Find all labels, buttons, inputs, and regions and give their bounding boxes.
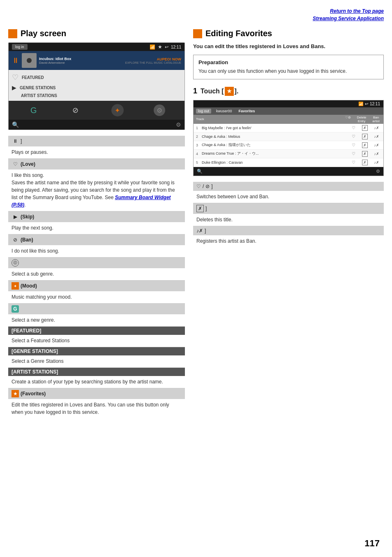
ps-gear-button[interactable]: ⚙ [154, 104, 165, 116]
right-desc-ban-artist: ♪✗ ] Registers this artist as Ban. [193, 226, 384, 247]
desc-pause: ⏸ ] Plays or pauses. [8, 136, 185, 159]
love-heart-icon: ♡ [12, 160, 19, 168]
fav-row-banartist-5[interactable]: ♪✗ [374, 160, 380, 165]
fav-row-heart-2[interactable]: ♡ [352, 134, 355, 139]
ps-controls: G ⊘ ✦ ⚙ [9, 101, 184, 120]
ps-artist-stations-label: ARTIST STATIONS [21, 93, 57, 98]
desc-genre-stations-header: [GENRE STATIONS] [8, 347, 185, 355]
desc-ban-body: I do not like this song. [8, 245, 185, 257]
streaming-service-link[interactable]: Streaming Service Application [313, 15, 384, 22]
fav-row-icons-3: ♡ ✗ ♪✗ [352, 142, 381, 148]
fav-row-icons-2: ♡ ✗ ♪✗ [352, 134, 381, 139]
fav-row-heart-3[interactable]: ♡ [352, 143, 355, 147]
fav-col-banartist-header: Ban artist [371, 116, 381, 123]
ps-ban-button[interactable]: ⊘ [69, 104, 81, 116]
skip-icon: ▶ [12, 213, 19, 220]
step-star-glyph: ★ [227, 88, 232, 94]
fav-col-loveban-header: ♡⊘ [344, 116, 352, 123]
left-column: Play screen log in 📶 ★ ↩ 12:11 ⏸ [8, 29, 185, 418]
ps-album-thumbnail [22, 53, 37, 68]
ps-skip-icon[interactable]: ▶ [12, 84, 16, 91]
page-container: Return to the Top page Streaming Service… [0, 0, 392, 557]
fav-row-title-2: Chage & Aska : Mebius [202, 135, 352, 139]
desc-subgenre: Ⓞ Select a sub genre. [8, 258, 185, 281]
fav-row-heart-1[interactable]: ♡ [352, 125, 355, 130]
pause-icon: ⏸ [12, 137, 19, 145]
fav-gear-icon[interactable]: ⚙ [376, 169, 380, 174]
mood-icon: ✦ [12, 282, 19, 290]
top-page-link[interactable]: Return to the Top page [313, 7, 384, 15]
right-desc-delete-bracket: ] [205, 206, 207, 211]
fav-user-label: kwuser00 [216, 109, 232, 113]
desc-subgenre-header: Ⓞ [8, 258, 185, 268]
desc-featured: [FEATURED] Select a Featured Stations [8, 327, 185, 347]
top-link-area: Return to the Top page Streaming Service… [313, 7, 384, 22]
preparation-title: Preparation [198, 59, 378, 65]
ps-featured-label: FEATURED [22, 75, 44, 80]
fav-col-headers: Track ♡⊘ Delete Entry Ban artist [194, 115, 383, 124]
fav-row-delete-4[interactable]: ✗ [362, 151, 368, 157]
fav-row-heart-5[interactable]: ♡ [352, 160, 355, 165]
fav-row-banartist-4[interactable]: ♪✗ [374, 152, 380, 156]
desc-ban-header: ⊘ (Ban) [8, 234, 185, 245]
fav-row-banartist-2[interactable]: ♪✗ [374, 135, 380, 139]
right-desc-love-ban-separator: / [203, 183, 204, 189]
fav-row: 2 Chage & Aska : Mebius ♡ ✗ ♪✗ [194, 132, 383, 141]
fav-row-title-5: Duke Ellington : Caravan [202, 160, 352, 165]
fav-back-icon[interactable]: ↩ [365, 102, 368, 106]
fav-search-icon[interactable]: 🔍 [197, 169, 203, 174]
ps-track-name: Incubus: Idiot Box [39, 57, 122, 61]
desc-featured-header: [FEATURED] [8, 327, 185, 335]
fav-logout-button[interactable]: log out [196, 109, 211, 114]
fav-col-icons-header: ♡⊘ Delete Entry Ban artist [344, 116, 381, 123]
right-desc-love-ban-header: ♡ / ⊘ ] [193, 182, 384, 191]
fav-row: 5 Duke Ellington : Caravan ♡ ✗ ♪✗ [194, 158, 383, 167]
ps-login-button[interactable]: log in [12, 44, 28, 50]
ps-settings-bottom-icon[interactable]: ⚙ [176, 121, 181, 128]
ps-heart-icon[interactable]: ♡ [12, 73, 18, 82]
editing-favorites-icon [193, 29, 202, 38]
desc-artist-stations: [ARTIST STATIONS] Create a station of yo… [8, 368, 185, 388]
preparation-box: Preparation You can only use this functi… [193, 55, 384, 79]
fav-row-num-2: 2 [196, 135, 202, 139]
play-screen-mockup: log in 📶 ★ ↩ 12:11 ⏸ Incubus: Idiot Box [8, 42, 185, 130]
delete-x-icon: ✗ [196, 205, 204, 212]
ps-mood-button[interactable]: ✦ [111, 104, 124, 116]
fav-row-delete-2[interactable]: ✗ [362, 134, 368, 139]
desc-mood: ✦ (Mood) Music matching your mood. [8, 281, 185, 304]
summary-board-link[interactable]: Summary Board Widget (P.58) [12, 195, 171, 208]
right-desc-delete: ✗ ] Deletes this title. [193, 203, 384, 226]
fav-row: 4 Dreams Come True : ア・イ・ウ... ♡ ✗ ♪✗ [194, 150, 383, 158]
fav-row-num-3: 3 [196, 143, 202, 147]
ps-search-bottom-icon[interactable]: 🔍 [12, 121, 19, 128]
desc-ban-label: (Ban) [21, 237, 33, 243]
fav-row-banartist-3[interactable]: ♪✗ [374, 143, 380, 147]
fav-row-banartist-1[interactable]: ♪✗ [374, 126, 380, 130]
fav-wifi-icon: 📶 [358, 102, 363, 106]
preparation-body: You can only use this function when you … [198, 67, 378, 75]
ps-bottom-bar: 🔍 ⚙ [9, 120, 184, 130]
fav-row-icons-4: ♡ ✗ ♪✗ [352, 151, 381, 157]
desc-pause-header: ⏸ ] [8, 136, 185, 146]
fav-row-icons-1: ♡ ✗ ♪✗ [352, 125, 381, 131]
play-screen-header: Play screen [8, 29, 185, 38]
fav-row-delete-5[interactable]: ✗ [362, 160, 368, 165]
ps-back-icon[interactable]: ↩ [165, 44, 168, 50]
fav-row-heart-4[interactable]: ♡ [352, 151, 355, 156]
favorites-star-icon: ★ [12, 390, 19, 397]
fav-favorites-tab[interactable]: Favorites [239, 109, 255, 113]
touch-step: 1 Touch [★]. [193, 87, 384, 96]
favorites-mockup: 📶 ↩ 12:11 log out kwuser00 Favorites Tra… [193, 100, 384, 176]
love-icon-inline: ♡ [196, 183, 201, 189]
ps-track-info: Incubus: Idiot Box David Arkenstone [39, 57, 122, 65]
ps-artist-name: David Arkenstone [39, 61, 122, 65]
fav-row-delete-3[interactable]: ✗ [362, 142, 368, 148]
ps-pause-icon[interactable]: ⏸ [12, 56, 19, 65]
ps-genre-button[interactable]: G [28, 104, 39, 116]
right-desc-love-ban-body: Switches between Love and Ban. [193, 191, 384, 203]
desc-love-label: (Love) [21, 161, 35, 167]
ps-star-icon[interactable]: ★ [158, 44, 162, 50]
fav-row-delete-1[interactable]: ✗ [362, 125, 368, 131]
fav-row-title-1: Big Maybelle : I've got a feelin' [202, 126, 352, 130]
ps-skip-row: ▶ GENRE STATIONS [9, 83, 184, 92]
